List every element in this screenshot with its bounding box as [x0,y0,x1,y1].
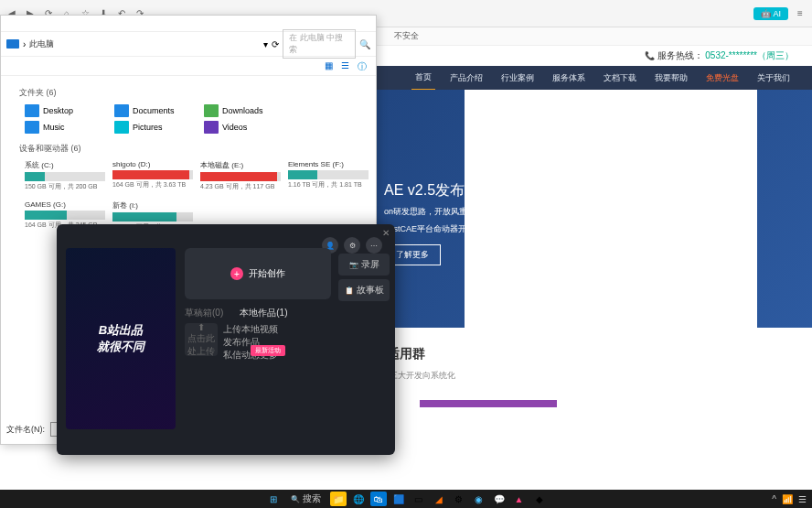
plus-icon: + [230,267,243,280]
tray-network-icon[interactable]: 📶 [782,494,793,504]
drive-info: 150 GB 可用，共 200 GB [25,182,105,191]
drive-fill [288,170,317,179]
drive-name: 系统 (C:) [25,160,105,170]
drive-name: 本地磁盘 (E:) [200,160,281,170]
hotline-number: 0532-********（周三） [705,50,794,60]
drive-fill [200,172,277,181]
promo-panel: B站出品 就很不同 [66,248,176,429]
promo-line1: B站出品 [99,322,143,339]
drive-bar [200,172,281,181]
app-icon-6[interactable]: ◆ [531,492,548,506]
upload-icon: ⬆点击此处上传 [185,322,218,358]
videos-icon [204,121,219,134]
lib-downloads[interactable]: Downloads [204,104,286,117]
pictures-icon [114,121,129,134]
create-button[interactable]: + 开始创作 [185,248,331,299]
explorer-search[interactable]: 在 此电脑 中搜索 [283,29,356,59]
create-label: 开始创作 [249,267,285,280]
drive-info: 164 GB 可用，共 3.63 TB [112,180,193,189]
upload-tile[interactable]: ⬆点击此处上传 [185,323,218,356]
music-icon [25,121,39,134]
lib-videos[interactable]: Videos [204,121,286,134]
store-icon[interactable]: 🛍 [370,492,387,506]
edge-icon[interactable]: 🌐 [350,492,367,506]
lib-desktop[interactable]: Desktop [25,104,107,117]
lib-documents[interactable]: Documents [114,104,197,117]
record-button[interactable]: 📷 录屏 [338,254,390,276]
app-icon-3[interactable]: ◢ [431,492,447,506]
nav-products[interactable]: 产品介绍 [446,67,486,90]
drive-bar [288,170,369,179]
nav-free[interactable]: 免费光盘 [702,67,743,90]
panel-icons: 👤 ⚙ ⋯ [322,237,382,254]
details-icon[interactable]: ☰ [341,60,352,71]
info-icon[interactable]: ⓘ [358,60,369,71]
nav-docs[interactable]: 文档下载 [600,67,640,90]
tab-local[interactable]: 本地作品(1) [240,307,287,319]
explorer-body: 文件夹 (6) Desktop Documents Downloads Musi… [1,76,376,244]
libs-section-label: 文件夹 (6) [19,87,370,99]
upload-title: 上传本地视频 [223,323,283,336]
drive-bar [112,170,193,179]
filename-label: 文件名(N): [6,424,45,436]
system-tray: ^ 📶 ☰ [772,494,807,504]
view-icon[interactable]: ▦ [325,60,336,71]
drive-name: 新卷 (I:) [112,200,193,211]
app-icon-2[interactable]: ▭ [411,492,427,506]
drive-fill [112,170,189,179]
drive-item[interactable]: 系统 (C:) 150 GB 可用，共 200 GB [25,160,105,191]
drive-name: GAMES (G:) [25,200,105,209]
close-icon[interactable]: ✕ [382,228,390,238]
drive-name: Elements SE (F:) [288,160,369,168]
nav-cases[interactable]: 行业案例 [497,67,538,90]
drive-fill [25,211,67,220]
more-icon[interactable]: ⋯ [366,237,382,254]
app-icon-5[interactable]: ▲ [511,492,528,506]
explorer-nav: › 此电脑 ▾ ⟳ 在 此电脑 中搜索 🔍 [1,32,376,56]
drive-bar [25,211,105,220]
chevron-right-icon: › [23,39,26,49]
tray-chevron-icon[interactable]: ^ [772,494,776,504]
taskbar: ⊞ 🔍 搜索 📁 🌐 🛍 🟦 ▭ ◢ ⚙ ◉ 💬 ▲ ◆ ^ 📶 ☰ [0,490,812,508]
nav-help[interactable]: 我要帮助 [651,67,691,90]
drive-item[interactable]: 本地磁盘 (E:) 4.23 GB 可用，共 117 GB [200,160,281,191]
start-button[interactable]: ⊞ [265,492,282,506]
wechat-icon[interactable]: 💬 [491,492,508,506]
ai-button[interactable]: 🤖 AI [753,7,788,20]
lib-pictures[interactable]: Pictures [114,121,197,134]
documents-icon [114,104,129,117]
drive-bar [112,212,193,222]
steam-icon[interactable]: ⚙ [451,492,467,506]
nav-home[interactable]: 首页 [411,66,435,91]
hero-title: AE v2.5发布， [384,181,500,200]
app-icon-1[interactable]: 🟦 [390,492,407,506]
nav-service[interactable]: 服务体系 [549,67,589,90]
drive-bar [25,172,105,181]
drive-item[interactable]: shigoto (D:) 164 GB 可用，共 3.63 TB [112,160,193,191]
hero-text: AE v2.5发布， on研发思路，开放风重引时特征 FastCAE平台命动器开… [384,181,500,265]
taskbar-search[interactable]: 🔍 搜索 [285,492,326,505]
menu-icon[interactable]: ≡ [794,7,807,20]
drive-info: 4.23 GB 可用，共 117 GB [200,182,281,191]
folder-icon [6,39,19,49]
promo-line2: 就很不同 [97,339,144,355]
drive-item[interactable]: Elements SE (F:) 1.16 TB 可用，共 1.81 TB [288,160,369,191]
tray-more-icon[interactable]: ☰ [798,494,807,504]
search-icon[interactable]: 🔍 [359,39,370,49]
app-icon-4[interactable]: ◉ [471,492,487,506]
drive-info: 1.16 TB 可用，共 1.81 TB [288,180,369,189]
gear-icon[interactable]: ⚙ [344,237,360,254]
drive-name: shigoto (D:) [112,160,193,168]
tabs: 草稿箱(0) 本地作品(1) [185,307,287,319]
activity-badge: 最新活动 [251,345,285,356]
storyboard-button[interactable]: 📋 故事板 [338,279,390,301]
path-text[interactable]: 此电脑 [29,38,54,50]
drive-fill [112,212,176,222]
refresh-icon[interactable]: ⟳ [272,39,279,49]
downloads-icon [204,104,219,117]
nav-about[interactable]: 关于我们 [753,67,794,90]
tab-drafts[interactable]: 草稿箱(0) [185,307,223,319]
dropdown-icon[interactable]: ▾ [263,39,268,49]
lib-music[interactable]: Music [25,121,107,134]
explorer-taskbar-icon[interactable]: 📁 [330,492,347,506]
